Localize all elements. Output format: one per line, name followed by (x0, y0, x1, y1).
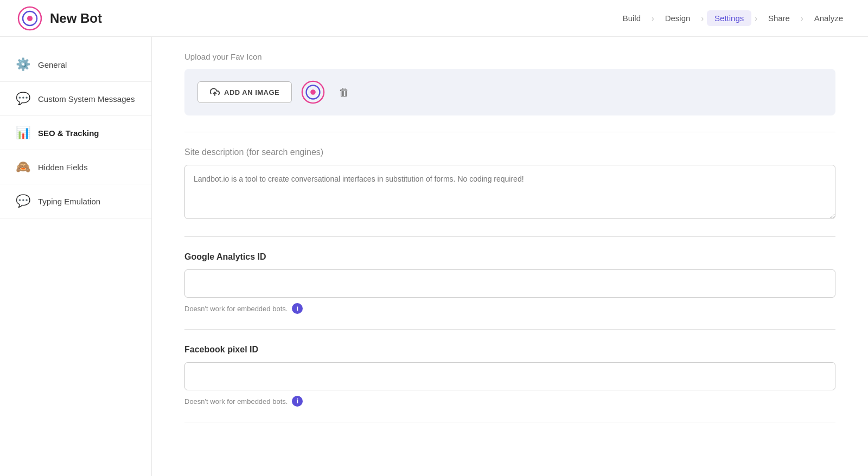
sidebar-label-general: General (38, 60, 67, 69)
nav-analyze[interactable]: Analyze (807, 10, 851, 26)
site-description-section: Site description (for search engines) (184, 147, 835, 221)
facebook-pixel-info-badge[interactable]: i (292, 396, 303, 407)
nav-share[interactable]: Share (761, 10, 797, 26)
header-left: New Bot (17, 6, 102, 31)
google-analytics-label: Google Analytics ID (184, 252, 835, 262)
upload-icon (210, 87, 220, 97)
nav-settings[interactable]: Settings (707, 10, 751, 26)
upload-area: ADD AN IMAGE 🗑 (184, 69, 835, 115)
gear-icon: ⚙️ (15, 57, 30, 72)
google-analytics-hint-text: Doesn't work for embedded bots. (184, 305, 288, 313)
sidebar-item-hidden-fields[interactable]: 🙈 Hidden Fields (0, 150, 151, 184)
nav-build[interactable]: Build (615, 10, 648, 26)
facebook-pixel-hint-text: Doesn't work for embedded bots. (184, 397, 288, 406)
add-image-button[interactable]: ADD AN IMAGE (197, 81, 292, 103)
main-content: Upload your Fav Icon ADD AN IMAGE (152, 37, 868, 476)
sidebar-label-hidden-fields: Hidden Fields (38, 163, 88, 172)
delete-favicon-button[interactable]: 🗑 (334, 84, 354, 101)
sidebar-item-custom-system-messages[interactable]: 💬 Custom System Messages (0, 82, 151, 116)
favicon-logo (301, 80, 325, 104)
logo-icon (17, 6, 42, 31)
nav-sep-1: › (652, 14, 654, 23)
google-analytics-hint-row: Doesn't work for embedded bots. i (184, 303, 835, 314)
upload-favicon-section: Upload your Fav Icon ADD AN IMAGE (184, 37, 835, 115)
sidebar: ⚙️ General 💬 Custom System Messages 📊 SE… (0, 37, 152, 476)
upload-favicon-label: Upload your Fav Icon (184, 37, 835, 69)
divider-4 (184, 422, 835, 422)
sidebar-item-seo-tracking[interactable]: 📊 SEO & Tracking (0, 116, 151, 150)
google-analytics-info-badge[interactable]: i (292, 303, 303, 314)
sidebar-label-custom-system-messages: Custom System Messages (38, 94, 135, 104)
facebook-pixel-input[interactable] (184, 362, 835, 390)
sidebar-label-seo-tracking: SEO & Tracking (38, 128, 99, 138)
chart-icon: 📊 (15, 126, 30, 140)
svg-point-2 (27, 16, 33, 21)
divider-3 (184, 329, 835, 330)
nav-sep-4: › (801, 14, 803, 23)
header-nav: Build › Design › Settings › Share › Anal… (615, 10, 851, 26)
app-body: ⚙️ General 💬 Custom System Messages 📊 SE… (0, 37, 868, 476)
nav-sep-2: › (701, 14, 704, 23)
sidebar-item-typing-emulation[interactable]: 💬 Typing Emulation (0, 184, 151, 218)
nav-sep-3: › (755, 14, 757, 23)
monkey-icon: 🙈 (15, 160, 30, 174)
divider-2 (184, 236, 835, 237)
chat-icon: 💬 (15, 92, 30, 106)
site-description-textarea[interactable] (184, 165, 835, 219)
svg-point-6 (311, 89, 316, 95)
app-header: New Bot Build › Design › Settings › Shar… (0, 0, 868, 37)
favicon-preview (301, 80, 326, 105)
typing-icon: 💬 (15, 194, 30, 208)
facebook-pixel-hint-row: Doesn't work for embedded bots. i (184, 396, 835, 407)
sidebar-item-general[interactable]: ⚙️ General (0, 48, 151, 82)
sidebar-label-typing-emulation: Typing Emulation (38, 197, 100, 206)
bot-title: New Bot (50, 11, 102, 26)
facebook-pixel-section: Facebook pixel ID Doesn't work for embed… (184, 345, 835, 407)
nav-design[interactable]: Design (658, 10, 698, 26)
facebook-pixel-label: Facebook pixel ID (184, 345, 835, 355)
google-analytics-input[interactable] (184, 269, 835, 298)
divider-1 (184, 132, 835, 132)
site-description-label: Site description (for search engines) (184, 147, 835, 157)
google-analytics-section: Google Analytics ID Doesn't work for emb… (184, 252, 835, 314)
